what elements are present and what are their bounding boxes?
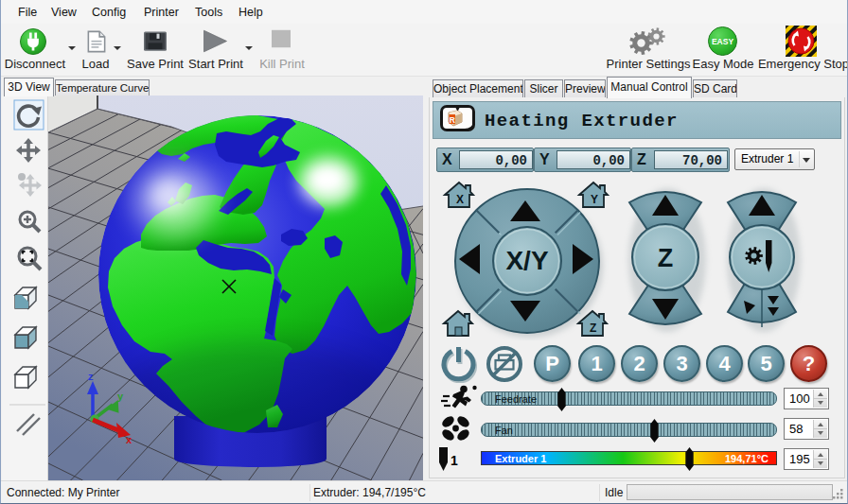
svg-text:X/Y: X/Y [505, 246, 548, 275]
svg-text:Y: Y [591, 193, 598, 206]
svg-text:X: X [456, 193, 464, 206]
svg-text:y: y [117, 391, 124, 402]
svg-text:Z: Z [658, 244, 674, 272]
svg-text:EASY: EASY [712, 37, 733, 46]
svg-text:z: z [88, 371, 94, 382]
svg-text:x: x [126, 434, 132, 445]
svg-text:Z: Z [590, 322, 596, 335]
svg-text:R: R [450, 115, 455, 125]
svg-text:1: 1 [450, 453, 458, 468]
